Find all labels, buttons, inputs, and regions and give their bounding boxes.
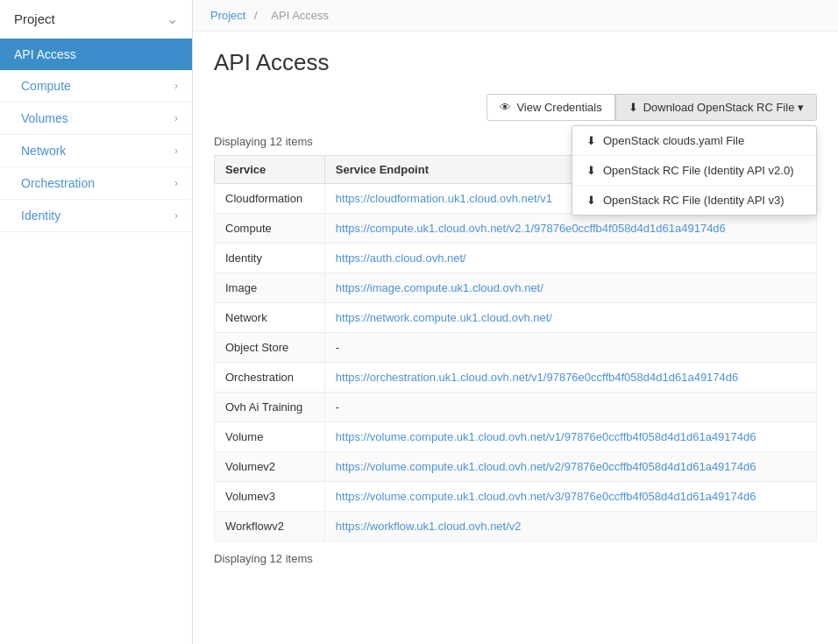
table-row: Ovh Ai Training- — [215, 393, 817, 422]
table-row: Networkhttps://network.compute.uk1.cloud… — [215, 303, 817, 333]
sidebar-item-label-network: Network — [21, 144, 66, 158]
table-row: Orchestrationhttps://orchestration.uk1.c… — [215, 363, 817, 393]
dropdown-item-clouds-yaml[interactable]: ⬇ OpenStack clouds.yaml File — [572, 126, 816, 155]
toolbar: 👁 View Credentials ⬇ Download OpenStack … — [214, 94, 817, 121]
items-count-bottom: Displaying 12 items — [214, 552, 817, 565]
view-credentials-button[interactable]: 👁 View Credentials — [486, 94, 614, 121]
chevron-right-icon-orchestration: › — [174, 177, 178, 189]
endpoint-link-9[interactable]: https://volume.compute.uk1.cloud.ovh.net… — [336, 460, 756, 473]
endpoint-link-6[interactable]: https://orchestration.uk1.cloud.ovh.net/… — [336, 371, 738, 384]
endpoint-cell-8[interactable]: https://volume.compute.uk1.cloud.ovh.net… — [324, 422, 816, 452]
chevron-right-icon-identity: › — [174, 209, 178, 222]
sidebar-item-network[interactable]: Network › — [0, 135, 192, 167]
sidebar-nav: Compute › Volumes › Network › Orchestrat… — [0, 70, 192, 232]
download-icon: ⬇ — [628, 101, 638, 114]
download-dropdown: ⬇ OpenStack clouds.yaml File ⬇ OpenStack… — [572, 125, 817, 216]
service-cell-8: Volume — [215, 422, 325, 452]
endpoint-link-2[interactable]: https://auth.cloud.ovh.net/ — [336, 251, 466, 265]
table-row: Imagehttps://image.compute.uk1.cloud.ovh… — [215, 273, 817, 303]
download-icon-1: ⬇ — [586, 134, 596, 147]
table-row: Computehttps://compute.uk1.cloud.ovh.net… — [215, 214, 817, 244]
endpoint-cell-3[interactable]: https://image.compute.uk1.cloud.ovh.net/ — [324, 273, 816, 303]
sidebar-item-orchestration[interactable]: Orchestration › — [0, 167, 192, 200]
dropdown-item-rc-v2[interactable]: ⬇ OpenStack RC File (Identity API v2.0) — [572, 155, 816, 185]
endpoint-cell-1[interactable]: https://compute.uk1.cloud.ovh.net/v2.1/9… — [324, 214, 816, 244]
endpoint-cell-5: - — [324, 333, 816, 363]
chevron-right-icon-compute: › — [174, 80, 178, 92]
endpoint-cell-2[interactable]: https://auth.cloud.ovh.net/ — [324, 244, 816, 273]
endpoint-cell-4[interactable]: https://network.compute.uk1.cloud.ovh.ne… — [324, 303, 816, 333]
breadcrumb-current: API Access — [271, 9, 329, 22]
service-cell-2: Identity — [215, 244, 325, 273]
sidebar-item-volumes[interactable]: Volumes › — [0, 103, 192, 135]
breadcrumb-project[interactable]: Project — [210, 9, 245, 22]
eye-icon: 👁 — [500, 101, 511, 114]
endpoint-link-11[interactable]: https://workflow.uk1.cloud.ovh.net/v2 — [336, 520, 522, 533]
breadcrumb: Project / API Access — [193, 0, 838, 32]
main-content: Project / API Access API Access 👁 View C… — [193, 0, 838, 644]
chevron-down-icon: ⌄ — [167, 11, 178, 27]
sidebar-item-label-volumes: Volumes — [21, 111, 68, 125]
download-rc-button[interactable]: ⬇ Download OpenStack RC File ▾ — [615, 94, 817, 121]
service-cell-10: Volumev3 — [215, 482, 325, 512]
dropdown-item-rc-v3[interactable]: ⬇ OpenStack RC File (Identity API v3) — [572, 185, 816, 215]
sidebar-item-identity[interactable]: Identity › — [0, 200, 192, 232]
sidebar-project-label: Project — [14, 11, 55, 26]
endpoint-link-0[interactable]: https://cloudformation.uk1.cloud.ovh.net… — [336, 192, 552, 205]
endpoint-cell-9[interactable]: https://volume.compute.uk1.cloud.ovh.net… — [324, 452, 816, 482]
service-cell-11: Workflowv2 — [215, 512, 325, 541]
sidebar-item-label-orchestration: Orchestration — [21, 176, 95, 190]
sidebar-project-header[interactable]: Project ⌄ — [0, 0, 192, 39]
service-cell-1: Compute — [215, 214, 325, 244]
breadcrumb-separator: / — [254, 9, 258, 22]
content-area: API Access 👁 View Credentials ⬇ Download… — [193, 32, 838, 590]
endpoint-cell-10[interactable]: https://volume.compute.uk1.cloud.ovh.net… — [324, 482, 816, 512]
service-cell-3: Image — [215, 273, 325, 303]
page-title: API Access — [214, 49, 817, 76]
endpoint-cell-7: - — [324, 393, 816, 422]
sidebar: Project ⌄ API Access Compute › Volumes ›… — [0, 0, 193, 644]
endpoint-link-10[interactable]: https://volume.compute.uk1.cloud.ovh.net… — [336, 490, 756, 503]
endpoint-link-4[interactable]: https://network.compute.uk1.cloud.ovh.ne… — [336, 311, 552, 324]
table-row: Identityhttps://auth.cloud.ovh.net/ — [215, 244, 817, 273]
table-row: Volumev3https://volume.compute.uk1.cloud… — [215, 482, 817, 512]
service-cell-0: Cloudformation — [215, 184, 325, 214]
download-icon-3: ⬇ — [586, 194, 596, 207]
service-cell-4: Network — [215, 303, 325, 333]
chevron-right-icon-volumes: › — [174, 112, 178, 124]
chevron-right-icon-network: › — [174, 145, 178, 157]
download-icon-2: ⬇ — [586, 164, 596, 177]
col-service-header: Service — [215, 156, 325, 184]
service-cell-7: Ovh Ai Training — [215, 393, 325, 422]
sidebar-item-compute[interactable]: Compute › — [0, 70, 192, 103]
endpoint-link-1[interactable]: https://compute.uk1.cloud.ovh.net/v2.1/9… — [336, 222, 726, 235]
endpoint-cell-6[interactable]: https://orchestration.uk1.cloud.ovh.net/… — [324, 363, 816, 393]
sidebar-active-api-access[interactable]: API Access — [0, 39, 192, 70]
endpoint-cell-11[interactable]: https://workflow.uk1.cloud.ovh.net/v2 — [324, 512, 816, 541]
endpoint-link-3[interactable]: https://image.compute.uk1.cloud.ovh.net/ — [336, 281, 543, 294]
table-row: Volumehttps://volume.compute.uk1.cloud.o… — [215, 422, 817, 452]
endpoint-link-8[interactable]: https://volume.compute.uk1.cloud.ovh.net… — [336, 430, 756, 443]
table-row: Object Store- — [215, 333, 817, 363]
table-body: Cloudformationhttps://cloudformation.uk1… — [215, 184, 817, 541]
service-cell-6: Orchestration — [215, 363, 325, 393]
sidebar-item-label-compute: Compute — [21, 79, 71, 93]
sidebar-item-label-identity: Identity — [21, 209, 60, 223]
table-row: Volumev2https://volume.compute.uk1.cloud… — [215, 452, 817, 482]
service-cell-5: Object Store — [215, 333, 325, 363]
table-row: Workflowv2https://workflow.uk1.cloud.ovh… — [215, 512, 817, 541]
service-cell-9: Volumev2 — [215, 452, 325, 482]
